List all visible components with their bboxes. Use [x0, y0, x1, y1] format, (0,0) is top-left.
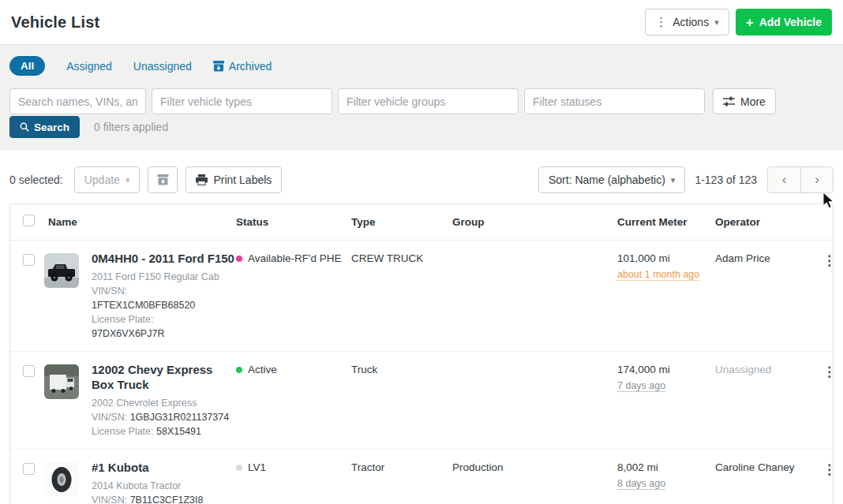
vehicle-detail-text: 2014 Kubota Tractor [92, 480, 181, 491]
plus-icon: + [746, 16, 754, 29]
list-toolbar: 0 selected: Update ▾ Print Labels Sort: … [9, 166, 834, 193]
vehicle-detail-text: 7B11C3CF1Z3I8 [130, 495, 204, 504]
actions-button-label: Actions [673, 16, 709, 28]
status-dot-icon [236, 465, 242, 471]
status-dot-icon [236, 256, 242, 262]
table-header-row: Name Status Type Group Current Meter Ope… [10, 204, 833, 241]
header-actions: ⋮ Actions ▾ + Add Vehicle [645, 9, 832, 35]
column-header-group: Group [452, 216, 617, 228]
tab-all[interactable]: All [9, 56, 45, 76]
pagination-range-text: 1-123 of 123 [695, 174, 757, 186]
archive-selected-button[interactable] [148, 166, 178, 193]
vehicle-detail-text: License Plate: [92, 314, 154, 325]
status-label: LV1 [248, 461, 266, 473]
meter-updated-link[interactable]: about 1 month ago [617, 269, 699, 281]
vehicle-groups-filter-input[interactable] [338, 88, 519, 114]
search-icon [20, 122, 29, 132]
row-checkbox[interactable] [23, 365, 35, 377]
column-header-name: Name [44, 216, 236, 228]
caret-down-icon: ▾ [714, 17, 719, 28]
row-menu-icon[interactable]: ⋮ [819, 461, 839, 478]
select-all-checkbox[interactable] [23, 215, 35, 226]
type-cell: CREW TRUCK [351, 251, 452, 264]
vehicle-detail-text: License Plate: [92, 426, 156, 437]
type-cell: Truck [351, 362, 452, 375]
group-cell: Production [452, 460, 617, 473]
meter-value: 8,002 mi [617, 461, 715, 473]
meter-updated-link[interactable]: 8 days ago [617, 478, 665, 490]
selected-count-text: 0 selected: [9, 174, 63, 186]
column-header-status: Status [236, 216, 351, 228]
toolbar-right: Sort: Name (alphabetic) ▾ 1-123 of 123 ‹… [538, 166, 834, 193]
table-body: 0M4HH0 - 2011 Ford F150 2011 Ford F150 R… [10, 241, 833, 504]
vehicle-detail-text: 1FTEX1CM0BFB68520 [92, 300, 195, 311]
sort-button[interactable]: Sort: Name (alphabetic) ▾ [538, 166, 685, 193]
type-cell: Tractor [351, 460, 452, 473]
vehicle-name-link[interactable]: #1 Kubota [92, 460, 236, 475]
filter-panel: All Assigned Unassigned Archived More [0, 45, 843, 151]
more-filters-label: More [740, 95, 766, 108]
chevron-right-icon: › [815, 172, 819, 188]
vehicle-detail-text: VIN/SN: [92, 286, 127, 297]
row-menu-icon[interactable]: ⋮ [819, 252, 839, 269]
pickup-truck-photo [44, 253, 79, 288]
tab-bar: All Assigned Unassigned Archived [9, 55, 834, 77]
vehicle-types-filter-input[interactable] [152, 88, 332, 114]
vehicle-details: 2011 Ford F150 Regular CabVIN/SN:1FTEX1C… [92, 270, 236, 341]
vehicle-detail-text: 97DX6VX6PJ7R [92, 328, 164, 339]
more-filters-button[interactable]: More [713, 88, 776, 114]
tab-assigned[interactable]: Assigned [66, 60, 112, 73]
group-cell [452, 362, 617, 364]
status-label: Available-RF'd PHE [248, 252, 342, 264]
prev-page-button[interactable]: ‹ [768, 167, 800, 192]
table-row: 0M4HH0 - 2011 Ford F150 2011 Ford F150 R… [10, 241, 833, 352]
chevron-left-icon: ‹ [782, 172, 787, 188]
vehicle-thumbnail[interactable] [44, 364, 79, 399]
row-checkbox[interactable] [23, 254, 35, 266]
meter-value: 174,000 mi [617, 364, 715, 375]
vehicle-name-link[interactable]: 12002 Chevy Express Box Truck [92, 362, 236, 392]
table-row: #1 Kubota 2014 Kubota TractorVIN/SN: 7B1… [10, 450, 833, 504]
column-header-type: Type [351, 216, 452, 228]
table-row: 12002 Chevy Express Box Truck 2002 Chevr… [10, 352, 833, 450]
sliders-icon [723, 96, 735, 106]
vehicle-details: 2002 Chevrolet ExpressVIN/SN: 1GBJG31R02… [92, 396, 236, 439]
box-truck-photo [44, 364, 79, 399]
add-vehicle-label: Add Vehicle [759, 16, 822, 28]
actions-button[interactable]: ⋮ Actions ▾ [645, 9, 729, 35]
update-button[interactable]: Update ▾ [74, 166, 140, 193]
search-input[interactable] [9, 88, 146, 114]
caret-down-icon: ▾ [126, 175, 130, 185]
caret-down-icon: ▾ [671, 175, 676, 185]
vehicle-detail-text: 2002 Chevrolet Express [92, 398, 197, 409]
print-labels-label: Print Labels [213, 174, 272, 186]
row-menu-icon[interactable]: ⋮ [819, 364, 839, 380]
status-dot-icon [236, 367, 242, 373]
vehicle-thumbnail[interactable] [44, 462, 79, 497]
vehicle-detail-text: 1GBJG31R021137374 [130, 412, 230, 423]
vehicle-name-link[interactable]: 0M4HH0 - 2011 Ford F150 [92, 251, 236, 266]
tab-unassigned[interactable]: Unassigned [133, 60, 192, 73]
pager: ‹ › [767, 166, 834, 193]
meter-value: 101,000 mi [617, 252, 715, 264]
statuses-filter-input[interactable] [524, 88, 705, 114]
tractor-tire-photo [44, 462, 79, 497]
tab-archived-label: Archived [229, 60, 272, 73]
next-page-button[interactable]: › [800, 167, 833, 192]
row-checkbox[interactable] [23, 463, 35, 475]
meter-updated-link[interactable]: 7 days ago [617, 380, 665, 392]
vehicle-thumbnail[interactable] [44, 253, 79, 288]
add-vehicle-button[interactable]: + Add Vehicle [736, 9, 832, 35]
archive-box-icon [157, 174, 169, 185]
operator-cell: Caroline Chaney [715, 460, 819, 473]
filter-inputs-row: More [9, 88, 834, 114]
vehicle-detail-text: VIN/SN: [92, 412, 130, 423]
search-button[interactable]: Search [9, 116, 80, 138]
update-button-label: Update [84, 174, 120, 186]
print-labels-button[interactable]: Print Labels [185, 166, 282, 193]
page-title: Vehicle List [11, 13, 99, 32]
vehicle-detail-text: VIN/SN: [92, 495, 130, 504]
page-header: Vehicle List ⋮ Actions ▾ + Add Vehicle [0, 0, 843, 45]
tab-archived[interactable]: Archived [213, 60, 272, 73]
sort-button-label: Sort: Name (alphabetic) [549, 174, 665, 186]
